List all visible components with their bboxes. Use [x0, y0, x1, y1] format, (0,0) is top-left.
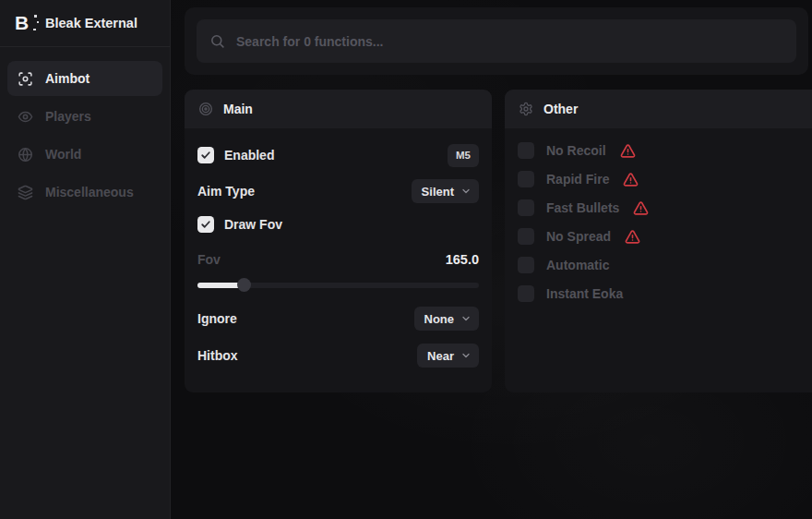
globe-icon — [18, 147, 33, 163]
chevron-down-icon — [460, 186, 472, 197]
fast-bullets-label: Fast Bullets — [546, 200, 619, 215]
draw-fov-row: Draw Fov — [197, 212, 479, 236]
sidebar: B Bleak External Aimbot Players World M — [0, 0, 171, 519]
fov-row: Fov 165.0 — [197, 247, 479, 272]
instant-eoka-checkbox[interactable] — [518, 285, 534, 302]
chevron-down-icon — [460, 313, 472, 324]
logo-icon: B — [15, 12, 35, 34]
warning-icon — [623, 172, 639, 187]
automatic-label: Automatic — [546, 258, 609, 272]
no-spread-label: No Spread — [546, 229, 611, 244]
hitbox-label: Hitbox — [197, 348, 238, 363]
crosshair-icon — [18, 71, 33, 87]
ignore-dropdown[interactable]: None — [414, 307, 480, 331]
ignore-row: Ignore None — [197, 307, 479, 331]
warning-icon — [633, 200, 649, 216]
chevron-down-icon — [460, 350, 472, 361]
automatic-row: Automatic — [518, 255, 812, 275]
ignore-value: None — [424, 312, 455, 326]
no-spread-checkbox[interactable] — [518, 228, 534, 245]
search-icon — [209, 33, 225, 49]
fov-slider-thumb[interactable] — [237, 278, 251, 292]
sidebar-item-miscellaneous[interactable]: Miscellaneous — [7, 175, 162, 210]
hitbox-row: Hitbox Near — [197, 344, 479, 368]
check-icon — [200, 150, 211, 161]
panel-title: Main — [223, 102, 253, 116]
app-header: B Bleak External — [0, 0, 170, 47]
target-icon — [198, 102, 213, 116]
search-box[interactable] — [197, 19, 796, 63]
eye-icon — [18, 109, 33, 125]
sidebar-item-label: Miscellaneous — [45, 185, 134, 199]
fast-bullets-row: Fast Bullets — [518, 198, 812, 218]
hitbox-value: Near — [427, 349, 454, 363]
enabled-label: Enabled — [224, 148, 274, 163]
enabled-checkbox[interactable] — [197, 147, 214, 163]
gear-icon — [519, 102, 533, 116]
panel-main-body: Enabled M5 Aim Type Silent Draw Fov Fov — [185, 128, 492, 368]
no-recoil-checkbox[interactable] — [518, 142, 534, 159]
rapid-fire-label: Rapid Fire — [546, 172, 609, 187]
aim-type-dropdown[interactable]: Silent — [412, 179, 479, 203]
sidebar-item-players[interactable]: Players — [7, 99, 162, 134]
aim-type-value: Silent — [422, 185, 454, 199]
fov-value: 165.0 — [446, 252, 479, 267]
layers-icon — [18, 185, 33, 200]
panel-other-header: Other — [505, 90, 812, 128]
instant-eoka-row: Instant Eoka — [518, 284, 812, 304]
app-title: Bleak External — [45, 16, 137, 30]
fov-label: Fov — [197, 252, 221, 267]
aim-type-row: Aim Type Silent — [197, 179, 479, 203]
rapid-fire-row: Rapid Fire — [518, 169, 812, 189]
sidebar-item-label: World — [45, 147, 81, 162]
hitbox-dropdown[interactable]: Near — [417, 344, 479, 368]
check-icon — [200, 219, 211, 230]
draw-fov-checkbox[interactable] — [197, 216, 214, 233]
automatic-checkbox[interactable] — [518, 257, 534, 273]
search-container — [185, 7, 808, 75]
ignore-label: Ignore — [197, 311, 237, 326]
enabled-keybind-button[interactable]: M5 — [448, 144, 479, 167]
fov-slider[interactable] — [197, 278, 479, 292]
panel-main: Main Enabled M5 Aim Type Silent — [185, 90, 492, 392]
instant-eoka-label: Instant Eoka — [546, 286, 623, 301]
enabled-row: Enabled M5 — [197, 140, 479, 170]
warning-icon — [625, 229, 640, 245]
sidebar-item-label: Players — [45, 109, 91, 124]
search-input[interactable] — [236, 34, 783, 49]
no-spread-row: No Spread — [518, 226, 812, 247]
panel-other: Other No Recoil Rapid Fire Fast Bullets — [505, 90, 812, 392]
sidebar-item-aimbot[interactable]: Aimbot — [7, 61, 162, 96]
no-recoil-row: No Recoil — [518, 140, 812, 161]
panel-other-body: No Recoil Rapid Fire Fast Bullets No Spr… — [505, 128, 812, 304]
panel-main-header: Main — [185, 90, 492, 128]
rapid-fire-checkbox[interactable] — [518, 171, 534, 187]
draw-fov-label: Draw Fov — [224, 217, 282, 232]
sidebar-item-label: Aimbot — [45, 71, 90, 86]
sidebar-item-world[interactable]: World — [7, 137, 162, 172]
fast-bullets-checkbox[interactable] — [518, 199, 534, 216]
no-recoil-label: No Recoil — [546, 143, 606, 158]
sidebar-nav: Aimbot Players World Miscellaneous — [0, 47, 170, 210]
warning-icon — [620, 143, 636, 159]
aim-type-label: Aim Type — [197, 184, 255, 199]
panel-title: Other — [543, 102, 578, 116]
